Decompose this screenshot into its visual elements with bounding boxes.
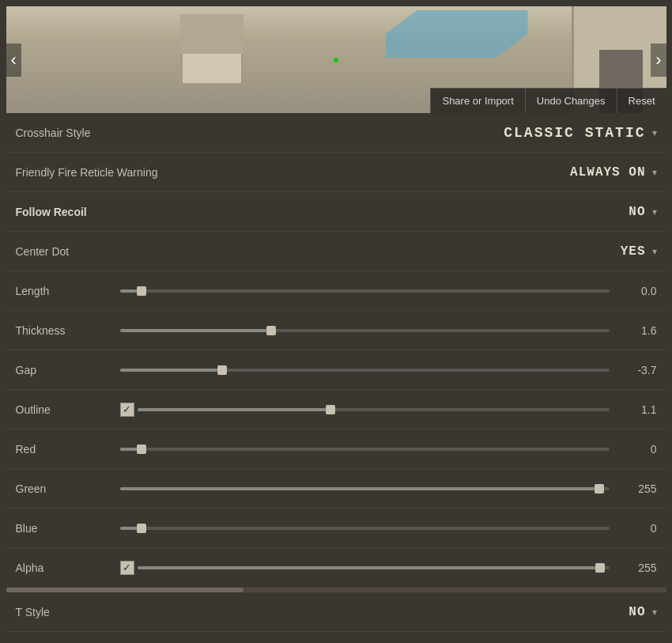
green-slider-container[interactable] — [120, 487, 610, 490]
blue-value: 0 — [619, 522, 657, 535]
center-dot-dropdown-arrow[interactable]: ▾ — [652, 246, 657, 257]
friendly-fire-row: Friendly Fire Reticle Warning ALWAYS ON … — [6, 153, 666, 192]
red-value: 0 — [619, 443, 657, 456]
thickness-slider-container[interactable] — [120, 329, 610, 332]
green-slider-thumb[interactable] — [595, 484, 604, 494]
blue-slider-thumb[interactable] — [137, 524, 146, 533]
blue-label: Blue — [16, 522, 111, 535]
center-dot-value: YES — [621, 244, 646, 259]
center-dot-row: Center Dot YES ▾ — [6, 232, 666, 271]
alpha-slider-container[interactable]: ✓ — [120, 561, 610, 575]
prev-arrow[interactable]: ‹ — [6, 43, 21, 77]
blue-slider-track[interactable] — [120, 527, 610, 530]
t-style-control[interactable]: NO ▾ — [629, 605, 656, 619]
outline-slider-container[interactable]: ✓ — [120, 403, 610, 417]
t-style-row: T Style NO ▾ — [6, 592, 666, 632]
t-style-dropdown-arrow[interactable]: ▾ — [652, 607, 657, 618]
thickness-slider-thumb[interactable] — [266, 326, 276, 335]
gap-slider-container[interactable] — [120, 369, 610, 372]
gap-slider-thumb[interactable] — [217, 365, 227, 375]
preview-area: ‹ › Share or Import Undo Changes Reset — [6, 6, 666, 113]
friendly-fire-value: ALWAYS ON — [570, 165, 645, 180]
red-slider-fill — [120, 448, 138, 451]
alpha-slider-fill — [138, 566, 595, 569]
green-label: Green — [16, 482, 111, 495]
thickness-slider-fill — [120, 329, 267, 332]
alpha-checkmark: ✓ — [123, 562, 131, 573]
green-slider-track[interactable] — [120, 487, 610, 490]
blue-row: Blue 0 — [6, 509, 666, 548]
next-arrow[interactable]: › — [651, 43, 666, 77]
t-style-label: T Style — [16, 606, 111, 618]
friendly-fire-control[interactable]: ALWAYS ON ▾ — [570, 165, 656, 180]
t-style-settings-container: T Style NO ▾ — [6, 592, 666, 632]
scrollbar-thumb[interactable] — [6, 588, 244, 592]
follow-recoil-row: Follow Recoil NO ▾ — [6, 192, 666, 232]
outline-label: Outline — [16, 403, 111, 416]
undo-changes-button[interactable]: Undo Changes — [525, 88, 617, 113]
gap-slider-track[interactable] — [120, 369, 610, 372]
thickness-slider-track[interactable] — [120, 329, 610, 332]
length-row: Length 0.0 — [6, 271, 666, 311]
gap-label: Gap — [16, 364, 111, 376]
length-slider-track[interactable] — [120, 289, 610, 293]
alpha-slider-thumb[interactable] — [595, 563, 605, 573]
outline-row: Outline ✓ 1.1 — [6, 390, 666, 429]
red-slider-track[interactable] — [120, 448, 610, 451]
gap-row: Gap -3.7 — [6, 350, 666, 390]
gap-value: -3.7 — [619, 364, 657, 376]
crosshair-dot — [334, 58, 338, 62]
red-label: Red — [16, 443, 111, 456]
blue-slider-fill — [120, 527, 138, 530]
outline-slider-track[interactable] — [138, 408, 610, 411]
alpha-checkbox-container[interactable]: ✓ — [120, 561, 134, 575]
alpha-label: Alpha — [16, 562, 111, 574]
crosshair-style-value: CLASSIC STATIC — [504, 125, 645, 141]
length-label: Length — [16, 285, 111, 297]
crosshair-style-row: Crosshair Style CLASSIC STATIC ▾ — [6, 113, 666, 153]
crosshair-style-label: Crosshair Style — [16, 127, 111, 139]
length-slider-fill — [120, 289, 138, 293]
alpha-checkbox[interactable]: ✓ — [120, 561, 134, 575]
thickness-row: Thickness 1.6 — [6, 311, 666, 350]
alpha-row: Alpha ✓ 255 — [6, 548, 666, 588]
thickness-value: 1.6 — [619, 324, 657, 337]
crosshair-style-control[interactable]: CLASSIC STATIC ▾ — [504, 125, 656, 141]
follow-recoil-control[interactable]: NO ▾ — [629, 205, 656, 219]
reset-button[interactable]: Reset — [617, 88, 666, 113]
outline-slider-thumb[interactable] — [326, 405, 335, 414]
outline-checkbox[interactable]: ✓ — [120, 403, 134, 417]
follow-recoil-label: Follow Recoil — [16, 206, 111, 218]
friendly-fire-dropdown-arrow[interactable]: ▾ — [652, 167, 657, 178]
length-slider-container[interactable] — [120, 289, 610, 293]
follow-recoil-dropdown-arrow[interactable]: ▾ — [652, 206, 657, 217]
length-value: 0.0 — [619, 285, 657, 297]
scrollbar-area[interactable] — [6, 588, 666, 592]
outline-slider-fill — [138, 408, 327, 411]
green-value: 255 — [619, 482, 657, 495]
outline-value: 1.1 — [619, 403, 657, 416]
green-row: Green 255 — [6, 469, 666, 509]
center-dot-label: Center Dot — [16, 245, 111, 258]
green-slider-fill — [120, 487, 595, 490]
crosshair-style-dropdown-arrow[interactable]: ▾ — [652, 127, 657, 138]
gap-slider-fill — [120, 369, 218, 372]
settings-container: Crosshair Style CLASSIC STATIC ▾ Friendl… — [6, 113, 666, 588]
center-dot-control[interactable]: YES ▾ — [621, 244, 657, 259]
red-slider-thumb[interactable] — [137, 444, 146, 454]
share-import-button[interactable]: Share or Import — [430, 88, 524, 113]
friendly-fire-label: Friendly Fire Reticle Warning — [16, 166, 158, 179]
length-slider-thumb[interactable] — [137, 286, 146, 296]
alpha-slider-track[interactable] — [138, 566, 610, 569]
outline-checkmark: ✓ — [123, 404, 131, 414]
thickness-label: Thickness — [16, 324, 111, 337]
action-buttons-group: Share or Import Undo Changes Reset — [430, 88, 666, 113]
red-row: Red 0 — [6, 429, 666, 469]
follow-recoil-value: NO — [629, 205, 645, 219]
red-slider-container[interactable] — [120, 448, 610, 451]
blue-slider-container[interactable] — [120, 527, 610, 530]
alpha-value: 255 — [619, 562, 657, 574]
t-style-value: NO — [629, 605, 645, 619]
outline-checkbox-container[interactable]: ✓ — [120, 403, 134, 417]
